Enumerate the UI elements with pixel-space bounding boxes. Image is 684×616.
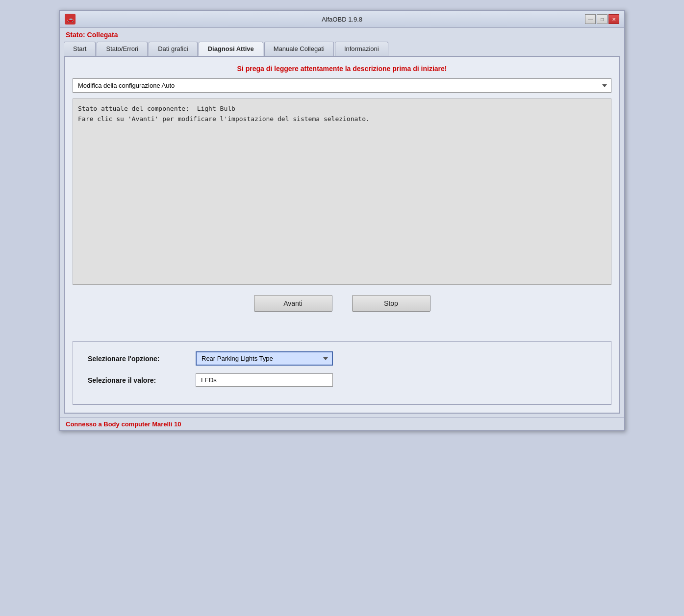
app-icon: 🚗: [65, 14, 76, 25]
bottom-section: Selezionare l'opzione: Rear Parking Ligh…: [73, 341, 611, 405]
config-dropdown[interactable]: Modifica della configurazione Auto: [73, 78, 611, 93]
main-window: 🚗 AlfaOBD 1.9.8 — □ ✕ Stato: Collegata S…: [59, 10, 625, 431]
close-button[interactable]: ✕: [608, 14, 619, 24]
main-content: Si prega di leggere attentamente la desc…: [64, 56, 620, 414]
warning-text: Si prega di leggere attentamente la desc…: [73, 65, 611, 73]
button-row: Avanti Stop: [73, 295, 611, 312]
option-row: Selezionare l'opzione: Rear Parking Ligh…: [88, 351, 596, 366]
tab-dati-grafici[interactable]: Dati grafici: [149, 42, 197, 56]
tab-diagnosi-attive[interactable]: Diagnosi Attive: [199, 42, 263, 56]
window-title: AlfaOBD 1.9.8: [322, 16, 362, 23]
stop-button[interactable]: Stop: [352, 295, 431, 312]
status-top: Stato: Collegata: [60, 28, 624, 42]
maximize-button[interactable]: □: [597, 14, 608, 24]
value-row: Selezionare il valore: LEDsLight Bulb: [88, 373, 596, 387]
minimize-button[interactable]: —: [585, 14, 596, 24]
avanti-button[interactable]: Avanti: [254, 295, 332, 312]
titlebar-controls: — □ ✕: [585, 14, 619, 24]
value-label: Selezionare il valore:: [88, 376, 196, 384]
tab-manuale-collegati[interactable]: Manuale Collegati: [264, 42, 334, 56]
tab-stato-errori[interactable]: Stato/Errori: [97, 42, 148, 56]
tab-bar: Start Stato/Errori Dati grafici Diagnosi…: [60, 42, 624, 56]
value-select[interactable]: LEDsLight Bulb: [196, 373, 333, 387]
titlebar-left: 🚗: [65, 14, 76, 25]
option-label: Selezionare l'opzione:: [88, 355, 196, 363]
titlebar: 🚗 AlfaOBD 1.9.8 — □ ✕: [60, 11, 624, 28]
option-select[interactable]: Rear Parking Lights Type: [196, 351, 333, 366]
description-textarea[interactable]: [73, 99, 611, 285]
status-bottom: Connesso a Body computer Marelli 10: [60, 418, 624, 430]
main-dropdown-container: Modifica della configurazione Auto: [73, 78, 611, 93]
description-wrapper: [73, 99, 611, 286]
tab-informazioni[interactable]: Informazioni: [335, 42, 388, 56]
tab-start[interactable]: Start: [64, 42, 96, 56]
